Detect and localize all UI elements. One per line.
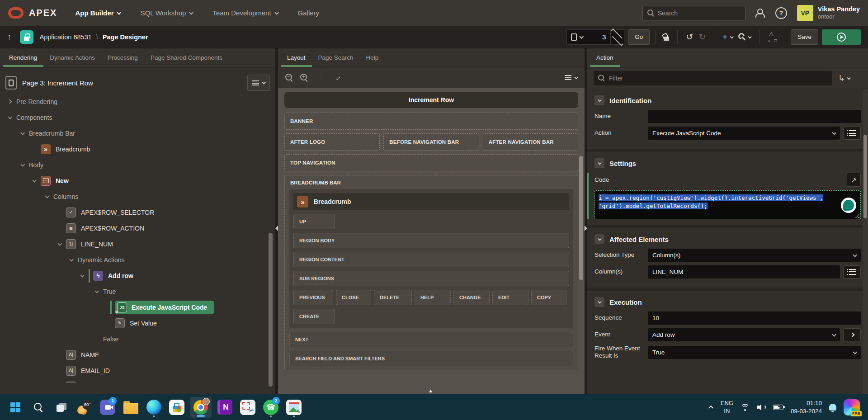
breadcrumb-application[interactable]: Application 68531 bbox=[40, 33, 92, 41]
volume-icon[interactable] bbox=[757, 404, 766, 411]
tree-item-breadcrumb[interactable]: »Breadcrumb bbox=[0, 141, 275, 157]
start-button[interactable] bbox=[5, 397, 25, 418]
tree-item-false[interactable]: False bbox=[0, 331, 275, 347]
name-input-field[interactable] bbox=[652, 113, 856, 120]
file-explorer-button[interactable] bbox=[121, 397, 141, 418]
code-editor[interactable]: i = apex.region('custIgView').widget().i… bbox=[594, 190, 861, 219]
chevron-down-icon[interactable] bbox=[80, 273, 85, 278]
tab-processing[interactable]: Processing bbox=[101, 48, 144, 67]
columns-input-field[interactable] bbox=[652, 269, 835, 275]
microsoft-store-button[interactable] bbox=[167, 397, 187, 418]
help-icon[interactable]: ? bbox=[775, 7, 787, 19]
global-search[interactable] bbox=[642, 6, 745, 20]
chevron-down-icon[interactable] bbox=[20, 162, 25, 167]
nav-team-development[interactable]: Team Development bbox=[212, 9, 278, 17]
go-to-event-button[interactable] bbox=[844, 328, 861, 341]
position-create[interactable]: CREATE bbox=[293, 309, 335, 324]
selected-tree-node[interactable]: JS▹Execute JavaScript Code bbox=[115, 301, 214, 314]
admin-services-icon[interactable] bbox=[755, 9, 765, 18]
redo-button[interactable]: ↻ bbox=[696, 32, 708, 42]
chevron-down-icon[interactable] bbox=[32, 178, 37, 183]
tree-item-execute-javascript-code[interactable]: JS▹Execute JavaScript Code bbox=[0, 299, 275, 315]
shared-components-button[interactable]: △○□ bbox=[765, 33, 779, 42]
position-help[interactable]: HELP bbox=[415, 290, 451, 305]
region-top-navigation[interactable]: TOP NAVIGATION bbox=[284, 154, 578, 171]
position-edit[interactable]: EDIT bbox=[492, 290, 528, 305]
up-level-icon[interactable]: ↑ bbox=[7, 32, 12, 42]
tree-item-pre-rendering[interactable]: Pre-Rendering bbox=[0, 94, 275, 109]
tree-item-new[interactable]: New bbox=[0, 173, 275, 189]
page-number-input[interactable]: 3 bbox=[587, 30, 610, 44]
collapse-section-button[interactable] bbox=[594, 234, 604, 244]
position-close[interactable]: CLOSE bbox=[336, 290, 371, 305]
position-up[interactable]: UP bbox=[293, 214, 335, 229]
page-finder-button[interactable] bbox=[567, 30, 587, 44]
tab-rendering[interactable]: Rendering bbox=[3, 48, 43, 67]
tab-help[interactable]: Help bbox=[360, 48, 385, 67]
clock[interactable]: 01:1009-03-2024 bbox=[791, 399, 822, 415]
tree-item-add-row[interactable]: ϟAdd row bbox=[0, 268, 275, 283]
application-icon[interactable] bbox=[20, 30, 33, 44]
resize-handle-icon[interactable] bbox=[855, 213, 859, 218]
region-after-logo[interactable]: AFTER LOGO bbox=[284, 133, 380, 151]
search-input[interactable] bbox=[658, 9, 741, 17]
save-button[interactable]: Save bbox=[791, 29, 818, 45]
position-region-body[interactable]: REGION BODY bbox=[293, 233, 569, 248]
section-header[interactable]: Affected Elements bbox=[594, 234, 861, 244]
sequence-input[interactable] bbox=[648, 311, 861, 325]
weather-widget[interactable]: 60° bbox=[75, 397, 94, 418]
left-panel-scrollbar[interactable] bbox=[269, 233, 273, 387]
zoom-in-icon[interactable]: + bbox=[300, 74, 308, 81]
chevron-right-icon[interactable] bbox=[8, 99, 12, 104]
collapse-section-button[interactable] bbox=[594, 297, 604, 307]
nav-sql-workshop[interactable]: SQL Workshop bbox=[140, 9, 193, 17]
tree-item-body[interactable]: Body bbox=[0, 157, 275, 173]
expand-icon[interactable]: ↔ bbox=[331, 71, 343, 83]
tree-item-columns[interactable]: Columns bbox=[0, 189, 275, 204]
grammarly-icon[interactable] bbox=[841, 198, 856, 213]
whatsapp-button[interactable]: ☎2 bbox=[261, 397, 281, 418]
name-input[interactable] bbox=[648, 110, 861, 123]
chevron-down-icon[interactable] bbox=[20, 131, 25, 135]
language-indicator[interactable]: ENGIN bbox=[721, 400, 733, 415]
tree-item-city[interactable]: A|CITY bbox=[0, 378, 275, 383]
collapse-section-button[interactable] bbox=[594, 158, 604, 168]
wifi-icon[interactable] bbox=[741, 404, 750, 411]
tree-item-dynamic-actions[interactable]: Dynamic Actions bbox=[0, 252, 275, 268]
user-menu[interactable]: VP Vikas Pandey ontoor bbox=[797, 5, 860, 21]
zoom-out-icon[interactable]: − bbox=[285, 74, 293, 81]
chevron-down-icon[interactable] bbox=[69, 257, 74, 262]
tree-root-row[interactable]: Page 3: Increment Row bbox=[5, 75, 270, 91]
chevron-down-icon[interactable] bbox=[57, 241, 62, 246]
chrome-button-active[interactable] bbox=[190, 397, 212, 418]
tab-page-search[interactable]: Page Search bbox=[312, 48, 360, 67]
position-next[interactable]: NEXT bbox=[289, 332, 573, 347]
breadcrumb-region-header[interactable]: » Breadcrumb bbox=[293, 193, 569, 210]
right-panel-scroll-track[interactable] bbox=[863, 90, 868, 394]
selection-type-select[interactable]: Column(s) bbox=[648, 249, 861, 262]
tree-item-email-id[interactable]: A|EMAIL_ID bbox=[0, 363, 275, 378]
position-region-content[interactable]: REGION CONTENT bbox=[293, 252, 569, 267]
tree-menu-button[interactable] bbox=[247, 75, 270, 91]
collapse-section-button[interactable] bbox=[594, 95, 604, 105]
section-header[interactable]: Settings bbox=[594, 158, 861, 168]
region-banner[interactable]: BANNER bbox=[284, 113, 578, 130]
page-title-region[interactable]: Increment Row bbox=[284, 92, 578, 108]
nav-app-builder[interactable]: App Builder bbox=[75, 9, 120, 17]
position-copy[interactable]: COPY bbox=[531, 290, 566, 305]
position-search-field[interactable]: SEARCH FIELD AND SMART FILTERS bbox=[289, 351, 573, 366]
page-selector[interactable]: 3 bbox=[566, 29, 624, 45]
utilities-menu-button[interactable] bbox=[736, 33, 754, 41]
tree-item-breadcrumb-bar[interactable]: Breadcrumb Bar bbox=[0, 125, 275, 141]
layout-menu-button[interactable] bbox=[565, 75, 577, 80]
taskbar-search-button[interactable] bbox=[28, 397, 48, 418]
run-page-button[interactable] bbox=[822, 29, 861, 45]
teams-chat-button[interactable]: 1 bbox=[98, 397, 118, 418]
create-menu-button[interactable]: + bbox=[720, 32, 736, 42]
onenote-button[interactable]: N bbox=[215, 397, 235, 418]
unlock-icon[interactable] bbox=[661, 33, 672, 41]
section-header[interactable]: Execution bbox=[594, 297, 861, 307]
action-select[interactable]: Execute JavaScript Code bbox=[648, 127, 840, 140]
notifications-bell-icon[interactable] bbox=[829, 404, 836, 411]
columns-list-button[interactable] bbox=[844, 265, 861, 278]
